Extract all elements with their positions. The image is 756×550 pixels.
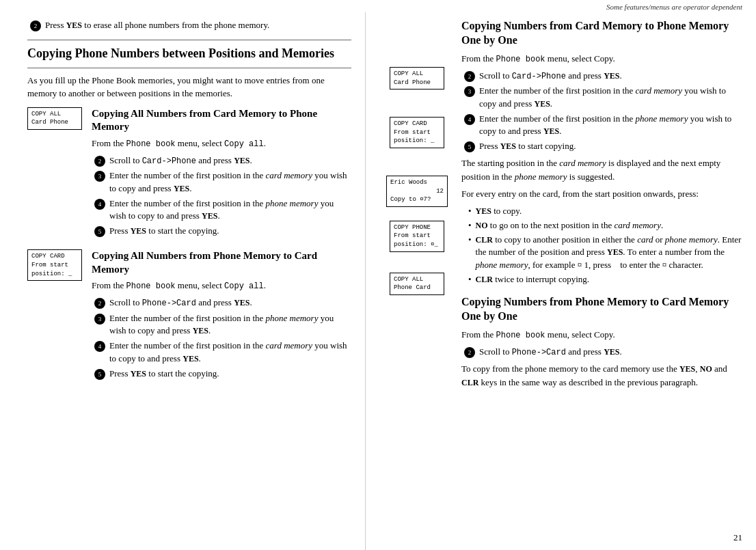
page-number: 21	[733, 532, 742, 543]
divider2	[27, 68, 351, 68]
bullet-yes-text: YES to copy.	[476, 205, 522, 217]
bullet-clr-text: CLR to copy to another position in eithe…	[476, 234, 742, 271]
s2-num5: 5	[94, 369, 105, 380]
left-column: 2 Press YES to erase all phone numbers f…	[0, 12, 366, 550]
r2-step-2: 2 Scroll to Phone->Card and press YES.	[461, 346, 742, 359]
r-step-3: 3 Enter the number of the first position…	[461, 85, 742, 109]
r-step5-text: Press YES to start copying.	[479, 140, 742, 152]
rbox-eric-woods: Eric Woods 12 Copy to ¤7?	[386, 176, 448, 207]
s2-step-5: 5 Press YES to start the copying.	[92, 368, 351, 380]
page-container: Some features/menus are operator depende…	[0, 0, 756, 550]
r-step4-text: Enter the number of the first position i…	[479, 113, 742, 137]
subsection1-intro: From the Phone book menu, select Copy al…	[92, 137, 351, 150]
main-content: 2 Press YES to erase all phone numbers f…	[0, 12, 756, 550]
s2-step-4: 4 Enter the number of the first position…	[92, 340, 351, 364]
subsection1-title: Copying All Numbers from Card Memory to …	[92, 107, 351, 134]
s2-step3-text: Enter the number of the first position i…	[109, 312, 351, 337]
step-3: 3 Enter the number of the first position…	[92, 169, 351, 194]
r-num4: 4	[464, 114, 475, 125]
step-number-2: 2	[30, 20, 41, 31]
step5-text: Press YES to start the copying.	[109, 225, 351, 237]
subsection1: COPY ALL Card Phone Copying All Numbers …	[27, 107, 351, 240]
rbox-copy-card: COPY CARD From start position: _	[390, 117, 444, 148]
s2-num4: 4	[94, 341, 105, 352]
bullet-clr2-text: CLR twice to interrupt copying.	[476, 273, 590, 286]
s2-step-2: 2 Scroll to Phone->Card and press YES.	[92, 297, 351, 310]
rbox-copy-all-phone-card: COPY ALL Phone Card	[390, 273, 444, 295]
subsection2-intro: From the Phone book menu, select Copy al…	[92, 279, 351, 292]
box-copy-card: COPY CARD From start position: _	[27, 249, 82, 281]
divider	[27, 40, 351, 40]
subsection2: COPY CARD From start position: _ Copying…	[27, 249, 351, 383]
section1-intro: As you fill up the Phone Book memories, …	[27, 74, 351, 100]
bullet-clr: CLR to copy to another position in eithe…	[468, 234, 742, 271]
bullet-yes: YES to copy.	[468, 205, 742, 217]
num2: 2	[94, 156, 105, 167]
r-section1-intro: From the Phone book menu, select Copy.	[461, 52, 742, 66]
right-boxes: COPY ALL Card Phone COPY CARD From start…	[379, 19, 455, 389]
header-note: Some features/menus are operator depende…	[606, 3, 742, 11]
rbox-copy-all-card-phone: COPY ALL Card Phone	[390, 67, 444, 90]
r-step-2: 2 Scroll to Card->Phone and press YES.	[461, 70, 742, 83]
r-section1-title: Copying Numbers from Card Memory to Phon…	[461, 19, 742, 48]
step-4: 4 Enter the number of the first position…	[92, 197, 351, 222]
r-num2: 2	[464, 71, 475, 82]
box-copy-all-card-phone: COPY ALL Card Phone	[27, 107, 82, 130]
step-5: 5 Press YES to start the copying.	[92, 225, 351, 237]
s2-step-3: 3 Enter the number of the first position…	[92, 312, 351, 337]
num5: 5	[94, 226, 105, 237]
r-num3: 3	[464, 86, 475, 97]
step4-text: Enter the number of the first position i…	[109, 197, 351, 222]
s2-step4-text: Enter the number of the first position i…	[109, 340, 351, 364]
r-step-4: 4 Enter the number of the first position…	[461, 113, 742, 137]
intro-item: 2 Press YES to erase all phone numbers f…	[27, 19, 351, 31]
intro-text: Press YES to erase all phone numbers fro…	[45, 19, 351, 31]
right-text: Copying Numbers from Card Memory to Phon…	[455, 19, 742, 389]
num3: 3	[94, 171, 105, 182]
r-section2-para: To copy from the phone memory to the car…	[461, 362, 742, 389]
r-step2-text: Scroll to Card->Phone and press YES.	[479, 70, 742, 83]
r-section2-title: Copying Numbers from Phone Memory to Car…	[461, 295, 742, 324]
right-inner: COPY ALL Card Phone COPY CARD From start…	[379, 19, 742, 389]
bullet-clr2: CLR twice to interrupt copying.	[468, 273, 742, 286]
r-section2-intro: From the Phone book menu, select Copy.	[461, 328, 742, 342]
rbox-copy-phone: COPY PHONE From start position: ¤_	[390, 221, 444, 252]
r-num5: 5	[464, 141, 475, 152]
r2-step2-text: Scroll to Phone->Card and press YES.	[479, 346, 742, 359]
section1-title: Copying Phone Numbers between Positions …	[27, 46, 351, 61]
step3-text: Enter the number of the first position i…	[109, 169, 351, 194]
subsection2-content: Copying All Numbers from Phone Memory to…	[92, 249, 351, 383]
r2-num2: 2	[464, 347, 475, 358]
subsection2-title: Copying All Numbers from Phone Memory to…	[92, 249, 351, 276]
s2-step5-text: Press YES to start the copying.	[109, 368, 351, 380]
s2-num3: 3	[94, 314, 105, 325]
right-column: COPY ALL Card Phone COPY CARD From start…	[366, 12, 756, 550]
s2-step2-text: Scroll to Phone->Card and press YES.	[109, 297, 351, 310]
s2-num2: 2	[94, 298, 105, 309]
step-2: 2 Scroll to Card->Phone and press YES.	[92, 154, 351, 167]
page-header: Some features/menus are operator depende…	[0, 0, 756, 12]
box1-wrapper: COPY ALL Card Phone	[27, 107, 82, 130]
r-bullet-list: YES to copy. NO to go on to the next pos…	[461, 205, 742, 286]
bullet-no-text: NO to go on to the next position in the …	[476, 219, 664, 232]
subsection1-content: Copying All Numbers from Card Memory to …	[92, 107, 351, 240]
step2-text: Scroll to Card->Phone and press YES.	[109, 154, 351, 167]
r-step3-text: Enter the number of the first position i…	[479, 85, 742, 109]
num4: 4	[94, 199, 105, 210]
box2-wrapper: COPY CARD From start position: _	[27, 249, 82, 281]
r-para2: For every entry on the card, from the st…	[461, 187, 742, 201]
bullet-no: NO to go on to the next position in the …	[468, 219, 742, 232]
r-step-5: 5 Press YES to start copying.	[461, 140, 742, 152]
r-para1: The starting position in the card memory…	[461, 156, 742, 183]
